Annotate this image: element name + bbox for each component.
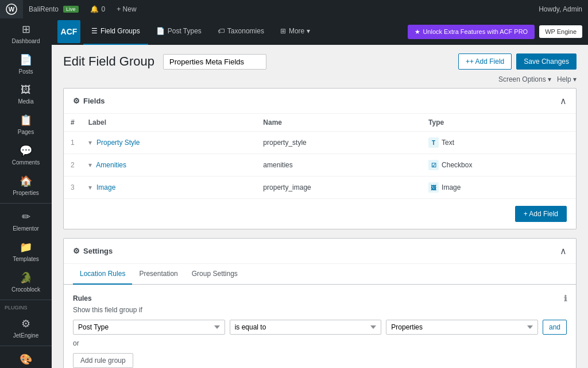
field-groups-tab-icon: ☰	[91, 27, 98, 35]
field-type-2: ☑ Checkbox	[428, 160, 472, 170]
nav-right-actions: ★ Unlock Extra Features with ACF PRO WP …	[408, 25, 588, 39]
media-icon: 🖼	[21, 84, 31, 96]
screen-options-bar: Screen Options ▾ Help ▾	[63, 75, 577, 83]
table-row: 2 ▾ Amenities amenities ☑ Checkbox	[64, 154, 576, 177]
sidebar-item-properties[interactable]: 🏠 Properties	[0, 170, 52, 201]
settings-card-header: ⚙ Settings ∧	[64, 239, 576, 264]
wp-logo[interactable]: W	[0, 0, 23, 18]
add-field-button[interactable]: + + Add Field	[458, 53, 512, 70]
tab-taxonomies[interactable]: 🏷 Taxonomies	[210, 18, 272, 45]
tab-field-groups[interactable]: ☰ Field Groups	[83, 18, 148, 45]
field-label-3[interactable]: Image	[96, 183, 115, 191]
sidebar-item-jetengine[interactable]: ⚙ JetEngine	[0, 313, 52, 343]
settings-card-title: ⚙ Settings	[73, 247, 113, 255]
unlock-pro-button[interactable]: ★ Unlock Extra Features with ACF PRO	[408, 25, 535, 39]
col-type: Type	[421, 114, 576, 132]
field-group-title-input[interactable]	[163, 54, 266, 70]
rules-or-label: or	[73, 339, 567, 347]
row-num-1: 1	[71, 139, 75, 147]
crocoblock-icon: 🐊	[20, 271, 32, 284]
fields-card-header: ⚙ Fields ∧	[64, 89, 576, 114]
sidebar-item-posts[interactable]: 📄 Posts	[0, 49, 52, 79]
rule-value-select[interactable]: Properties	[386, 320, 538, 335]
wp-engine-button[interactable]: WP Engine	[539, 25, 582, 38]
add-rule-group-button[interactable]: Add rule group	[73, 353, 133, 368]
type-badge-2: ☑	[428, 160, 439, 170]
fields-card: ⚙ Fields ∧ # Label Name Type 1	[63, 88, 577, 229]
taxonomies-tab-icon: 🏷	[218, 27, 225, 35]
more-tab-icon: ⊞	[280, 27, 286, 35]
row-expand-3[interactable]: ▾	[88, 183, 92, 191]
posts-icon: 📄	[20, 53, 32, 66]
col-name: Name	[256, 114, 421, 132]
tab-group-settings[interactable]: Group Settings	[185, 264, 245, 285]
post-types-tab-icon: 📄	[156, 27, 165, 35]
content-area: Edit Field Group + + Add Field Save Chan…	[52, 45, 588, 368]
tab-presentation[interactable]: Presentation	[132, 264, 184, 285]
row-num-2: 2	[71, 161, 75, 169]
sidebar: ⊞ Dashboard 📄 Posts 🖼 Media 📋 Pages 💬 Co…	[0, 0, 52, 368]
col-num: #	[64, 114, 82, 132]
rules-desc: Show this field group if	[73, 306, 567, 314]
add-field-bottom-button[interactable]: + Add Field	[515, 206, 567, 222]
settings-card-collapse-button[interactable]: ∧	[560, 246, 567, 256]
pages-icon: 📋	[20, 114, 32, 126]
rule-field-select[interactable]: Post Type	[73, 320, 225, 335]
sidebar-item-appearance[interactable]: 🎨 Appearance	[0, 348, 52, 368]
sidebar-item-pages[interactable]: 📋 Pages	[0, 109, 52, 140]
templates-icon: 📁	[20, 241, 32, 254]
page-title: Edit Field Group	[63, 54, 154, 69]
sidebar-item-dashboard[interactable]: ⊞ Dashboard	[0, 18, 52, 49]
sidebar-item-crocoblock[interactable]: 🐊 Crocoblock	[0, 267, 52, 297]
tab-post-types[interactable]: 📄 Post Types	[148, 18, 210, 45]
row-expand-2[interactable]: ▾	[88, 161, 92, 169]
sidebar-item-media[interactable]: 🖼 Media	[0, 79, 52, 109]
table-row: 1 ▾ Property Style property_style T Text	[64, 132, 576, 154]
dashboard-icon: ⊞	[22, 23, 30, 36]
star-icon: ★	[415, 28, 420, 36]
sidebar-item-elementor[interactable]: ✏ Elementor	[0, 206, 52, 236]
top-navigation: ACF ☰ Field Groups 📄 Post Types 🏷 Taxono…	[52, 18, 588, 45]
tab-location-rules[interactable]: Location Rules	[73, 264, 132, 285]
field-label-1[interactable]: Property Style	[96, 139, 140, 147]
col-label: Label	[82, 114, 257, 132]
rule-operator-select[interactable]: is equal to	[230, 320, 382, 335]
howdy-user[interactable]: Howdy, Admin	[533, 0, 588, 18]
plugins-section-label: PLUGINS	[0, 302, 52, 313]
properties-icon: 🏠	[20, 175, 32, 187]
updates-btn[interactable]: 🔔 0	[84, 0, 111, 18]
settings-icon: ⚙	[73, 247, 80, 255]
rule-and-button[interactable]: and	[543, 320, 567, 335]
fields-card-title: ⚙ Fields	[73, 97, 105, 105]
tab-more[interactable]: ⊞ More ▾	[272, 18, 318, 45]
jetengine-icon: ⚙	[21, 317, 30, 330]
fields-card-collapse-button[interactable]: ∧	[560, 95, 567, 106]
appearance-icon: 🎨	[20, 353, 32, 366]
field-name-2: amenities	[256, 154, 421, 177]
field-type-1: T Text	[428, 137, 454, 148]
nav-tabs: ☰ Field Groups 📄 Post Types 🏷 Taxonomies…	[80, 18, 408, 45]
sidebar-item-comments[interactable]: 💬 Comments	[0, 140, 52, 170]
settings-card: ⚙ Settings ∧ Location Rules Presentation…	[63, 238, 577, 368]
site-name[interactable]: BaliRento Live	[23, 0, 84, 18]
row-expand-1[interactable]: ▾	[88, 139, 92, 147]
save-changes-button[interactable]: Save Changes	[516, 53, 577, 70]
field-label-2[interactable]: Amenities	[96, 161, 126, 169]
field-name-3: property_image	[256, 177, 421, 199]
table-row: 3 ▾ Image property_image 🖼 Image	[64, 177, 576, 199]
rules-row: Post Type is equal to Properties and	[73, 320, 567, 335]
acf-logo: ACF	[57, 20, 80, 43]
new-content-btn[interactable]: + New	[111, 0, 142, 18]
plus-icon: +	[466, 57, 470, 66]
help-button[interactable]: Help ▾	[557, 75, 577, 83]
page-header: Edit Field Group + + Add Field Save Chan…	[63, 53, 577, 70]
main-content: ACF ☰ Field Groups 📄 Post Types 🏷 Taxono…	[52, 0, 588, 368]
row-num-3: 3	[71, 183, 75, 191]
screen-options-button[interactable]: Screen Options ▾	[498, 75, 551, 83]
rules-help-icon[interactable]: ℹ	[564, 294, 567, 303]
sidebar-item-templates[interactable]: 📁 Templates	[0, 236, 52, 267]
comments-icon: 💬	[20, 144, 32, 157]
fields-card-footer: + Add Field	[64, 198, 576, 229]
type-badge-1: T	[428, 137, 439, 148]
fields-icon: ⚙	[73, 97, 80, 105]
